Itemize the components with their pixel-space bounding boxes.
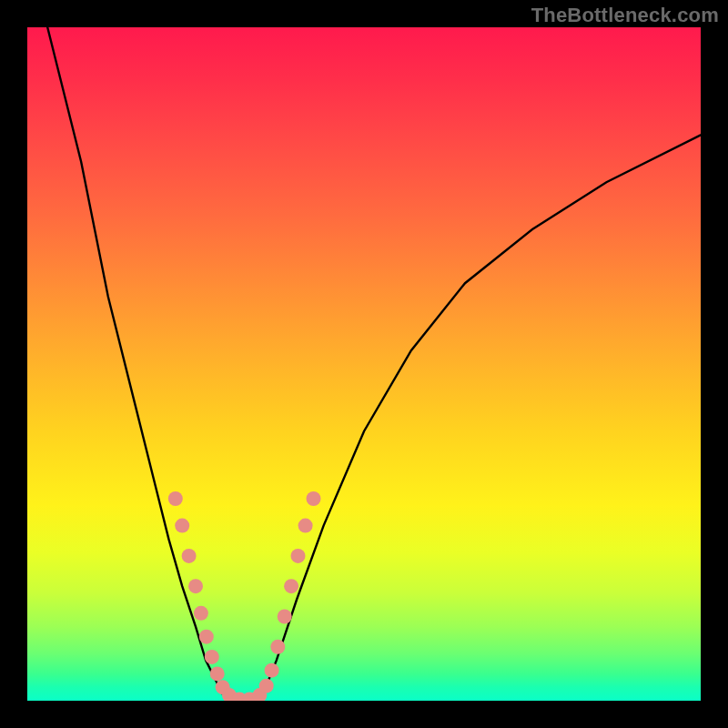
curve-marker xyxy=(188,579,203,593)
watermark-text: TheBottleneck.com xyxy=(531,4,719,27)
curve-marker xyxy=(210,666,225,681)
curve-marker xyxy=(270,640,285,654)
bottleneck-curve xyxy=(27,27,701,701)
curve-marker xyxy=(265,663,279,678)
curve-marker xyxy=(168,491,183,506)
chart-container: TheBottleneck.com xyxy=(0,0,728,728)
curve-marker xyxy=(205,650,219,664)
curve-marker xyxy=(259,679,274,693)
curve-marker xyxy=(291,549,306,563)
curve-marker xyxy=(175,519,189,533)
curve-path xyxy=(47,27,701,701)
curve-marker xyxy=(307,491,321,506)
curve-marker xyxy=(199,630,214,644)
plot-area xyxy=(27,27,701,701)
curve-marker xyxy=(278,610,292,624)
curve-marker xyxy=(298,519,313,533)
curve-marker xyxy=(284,579,298,593)
curve-marker xyxy=(182,549,197,563)
curve-marker xyxy=(194,606,208,621)
